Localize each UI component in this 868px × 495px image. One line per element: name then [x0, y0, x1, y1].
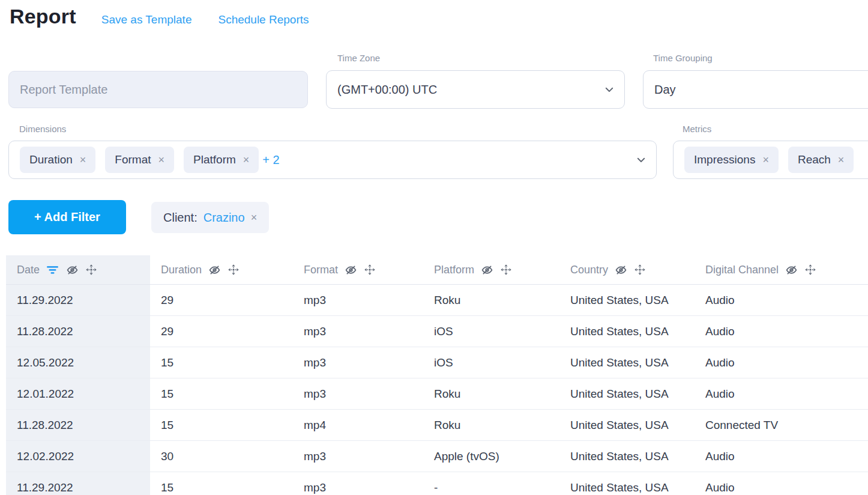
- table-cell: 15: [150, 410, 293, 440]
- chevron-down-icon: [604, 84, 615, 95]
- table-cell: 12.05.2022: [6, 347, 150, 378]
- table-cell: United States, USA: [559, 441, 695, 472]
- table-cell: 11.29.2022: [6, 285, 150, 315]
- hide-column-icon[interactable]: [345, 264, 357, 276]
- table-cell: Audio: [695, 441, 868, 472]
- dimensions-label: Dimensions: [19, 124, 66, 134]
- dimensions-select[interactable]: Duration×Format×Platform× + 2: [8, 141, 657, 179]
- move-column-icon[interactable]: [228, 264, 240, 276]
- table-cell: mp3: [293, 441, 423, 472]
- chip-label: Reach: [798, 153, 831, 166]
- selected-chip: Format×: [105, 147, 174, 173]
- table-cell: 12.01.2022: [6, 378, 150, 409]
- move-column-icon[interactable]: [364, 264, 376, 276]
- move-column-icon[interactable]: [804, 264, 816, 276]
- table-row[interactable]: 11.28.202229mp3iOSUnited States, USAAudi…: [6, 316, 868, 347]
- table-cell: United States, USA: [559, 316, 695, 347]
- column-header-platform: Platform: [423, 255, 559, 284]
- remove-chip-icon[interactable]: ×: [243, 154, 250, 165]
- table-cell: mp3: [293, 472, 423, 495]
- table-cell: Audio: [695, 378, 868, 409]
- table-cell: mp3: [293, 285, 423, 315]
- table-cell: mp3: [293, 378, 423, 409]
- client-filter-chip[interactable]: Client: Crazino ×: [151, 202, 269, 233]
- column-header-label: Format: [304, 264, 338, 276]
- remove-filter-icon[interactable]: ×: [251, 211, 258, 224]
- report-template-input[interactable]: [8, 71, 308, 108]
- topbar: Report Save as TemplateSchedule Reports: [10, 5, 309, 28]
- chevron-down-icon: [636, 154, 646, 165]
- table-row[interactable]: 12.01.202215mp3RokuUnited States, USAAud…: [6, 378, 868, 410]
- table-cell: Audio: [695, 316, 868, 347]
- chip-label: Impressions: [694, 153, 755, 166]
- table-row[interactable]: 11.29.202215mp3-United States, USAAudio: [6, 472, 868, 495]
- table-cell: United States, USA: [559, 472, 695, 495]
- move-column-icon[interactable]: [85, 264, 97, 276]
- table-cell: mp3: [293, 347, 423, 378]
- timegrouping-value: Day: [654, 83, 676, 97]
- table-header-row: DateDurationFormatPlatformCountryDigital…: [6, 255, 868, 285]
- hide-column-icon[interactable]: [481, 264, 493, 276]
- table-cell: Audio: [695, 285, 868, 315]
- table-body: 11.29.202229mp3RokuUnited States, USAAud…: [6, 285, 868, 495]
- remove-chip-icon[interactable]: ×: [838, 154, 845, 165]
- table-cell: 29: [150, 316, 293, 347]
- move-column-icon[interactable]: [634, 264, 646, 276]
- more-dimensions[interactable]: + 2: [262, 153, 279, 167]
- timezone-select[interactable]: (GMT+00:00) UTC: [326, 70, 625, 109]
- sort-filter-icon[interactable]: [46, 264, 59, 275]
- table-cell: 30: [150, 441, 293, 472]
- dimension-chips: Duration×Format×Platform×: [20, 147, 259, 173]
- remove-chip-icon[interactable]: ×: [762, 154, 769, 165]
- table-cell: 15: [150, 378, 293, 409]
- table-cell: 11.28.2022: [6, 316, 150, 347]
- table-cell: Roku: [423, 410, 559, 440]
- table-row[interactable]: 12.02.202230mp3Apple (tvOS)United States…: [6, 441, 868, 472]
- column-header-label: Duration: [161, 264, 202, 276]
- chip-label: Format: [115, 153, 151, 166]
- selected-chip: Reach×: [788, 147, 854, 173]
- table-cell: United States, USA: [559, 347, 695, 378]
- column-header-label: Country: [570, 264, 608, 276]
- timegrouping-label: Time Grouping: [653, 53, 713, 63]
- table-cell: iOS: [423, 316, 559, 347]
- table-cell: 12.02.2022: [6, 441, 150, 472]
- table-cell: 11.28.2022: [6, 410, 150, 440]
- hide-column-icon[interactable]: [785, 264, 798, 276]
- report-table: DateDurationFormatPlatformCountryDigital…: [6, 255, 868, 495]
- metrics-label: Metrics: [683, 124, 711, 134]
- filter-value[interactable]: Crazino: [203, 211, 245, 225]
- table-cell: 29: [150, 285, 293, 315]
- hide-column-icon[interactable]: [615, 264, 627, 276]
- table-cell: mp3: [293, 316, 423, 347]
- remove-chip-icon[interactable]: ×: [80, 154, 86, 165]
- add-filter-button[interactable]: + Add Filter: [8, 200, 126, 234]
- page-title: Report: [10, 5, 76, 28]
- table-cell: 11.29.2022: [6, 472, 150, 495]
- table-cell: mp4: [293, 410, 423, 440]
- column-header-label: Date: [17, 264, 40, 276]
- hide-column-icon[interactable]: [66, 264, 79, 276]
- selected-chip: Platform×: [184, 147, 259, 173]
- timezone-value: (GMT+00:00) UTC: [337, 83, 437, 97]
- remove-chip-icon[interactable]: ×: [158, 154, 165, 165]
- column-header-label: Platform: [434, 264, 474, 276]
- timezone-label: Time Zone: [337, 53, 380, 63]
- table-row[interactable]: 12.05.202215mp3iOSUnited States, USAAudi…: [6, 347, 868, 378]
- table-row[interactable]: 11.29.202229mp3RokuUnited States, USAAud…: [6, 285, 868, 316]
- move-column-icon[interactable]: [500, 264, 512, 276]
- table-cell: Apple (tvOS): [423, 441, 559, 472]
- header-link[interactable]: Save as Template: [101, 13, 192, 26]
- column-header-digital-channel: Digital Channel: [695, 255, 868, 284]
- metrics-select[interactable]: Impressions×Reach×: [673, 141, 868, 179]
- column-header-label: Digital Channel: [705, 264, 779, 276]
- table-cell: -: [423, 472, 559, 495]
- hide-column-icon[interactable]: [208, 264, 221, 276]
- timegrouping-select[interactable]: Day: [643, 70, 868, 109]
- header-links: Save as TemplateSchedule Reports: [101, 13, 309, 26]
- chip-label: Duration: [29, 153, 73, 166]
- chip-label: Platform: [193, 153, 236, 166]
- column-header-date: Date: [6, 255, 150, 284]
- table-row[interactable]: 11.28.202215mp4RokuUnited States, USACon…: [6, 410, 868, 441]
- header-link[interactable]: Schedule Reports: [218, 13, 309, 26]
